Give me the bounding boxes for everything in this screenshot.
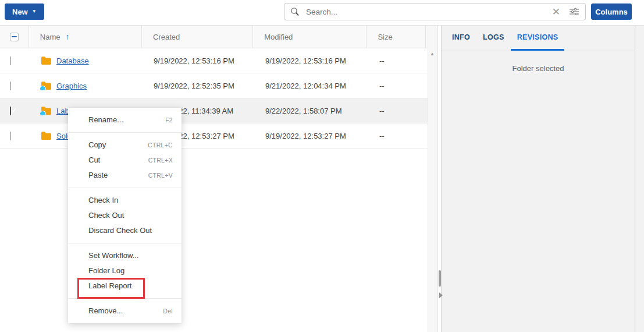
file-table: Name ↑ Created Modified Size Database (0, 26, 437, 332)
menu-item-label: Cut (88, 153, 100, 168)
row-modified: 9/19/2022, 12:53:16 PM (254, 56, 368, 65)
tab-logs[interactable]: LOGS (476, 26, 511, 51)
menu-item-cut[interactable]: CutCTRL+X (68, 153, 182, 168)
menu-item-label-report[interactable]: Label Report (68, 278, 182, 294)
scroll-up-icon[interactable]: ▲ (430, 51, 435, 56)
column-header-modified-label: Modified (264, 33, 293, 41)
menu-item-shortcut: CTRL+C (148, 137, 173, 153)
table-header-row: Name ↑ Created Modified Size (0, 26, 437, 48)
menu-item-label: Check Out (88, 208, 124, 223)
menu-item-label: Set Workflow... (88, 248, 138, 263)
menu-item-label: Paste (88, 168, 108, 183)
column-header-modified[interactable]: Modified (253, 26, 367, 48)
menu-item-copy[interactable]: CopyCTRL+C (68, 137, 182, 153)
menu-item-label: Folder Log (88, 263, 124, 278)
search-icon (290, 7, 300, 16)
table-scrollbar[interactable]: ▲ (428, 26, 437, 332)
search-input[interactable] (305, 7, 549, 17)
menu-item-shortcut: F2 (165, 112, 173, 128)
row-size: -- (368, 132, 428, 140)
table-row[interactable]: Graphics 9/19/2022, 12:52:35 PM 9/21/202… (0, 73, 428, 98)
table-row[interactable]: Database 9/19/2022, 12:53:16 PM 9/19/202… (0, 48, 428, 73)
status-badge (40, 86, 46, 90)
sort-ascending-icon: ↑ (66, 32, 70, 41)
menu-item-label: Discard Check Out (88, 223, 152, 238)
folder-link[interactable]: Database (56, 56, 89, 65)
column-header-size[interactable]: Size (367, 26, 426, 48)
columns-button-label: Columns (595, 8, 628, 16)
folder-icon (41, 106, 52, 115)
status-badge (40, 111, 46, 115)
folder-link[interactable]: Graphics (56, 82, 87, 90)
select-all-cell (0, 26, 29, 48)
row-checkbox-cell (0, 82, 29, 90)
menu-item-label: Remove... (88, 303, 123, 319)
row-checkbox[interactable] (10, 132, 11, 140)
menu-item-label: Rename... (88, 112, 123, 128)
row-checkbox-cell (0, 132, 29, 140)
row-modified: 9/19/2022, 12:53:27 PM (254, 132, 368, 140)
context-menu: Rename...F2CopyCTRL+CCutCTRL+XPasteCTRL+… (68, 108, 182, 323)
row-checkbox-cell (0, 56, 29, 65)
menu-item-folder-log[interactable]: Folder Log (68, 263, 182, 278)
row-checkbox-cell (0, 107, 29, 115)
details-tabs: INFOLOGSREVISIONS (442, 26, 644, 51)
menu-separator (68, 188, 182, 188)
menu-item-rename[interactable]: Rename...F2 (68, 112, 182, 128)
app-window: New ▼ ✕ Columns (0, 0, 644, 332)
menu-separator (68, 132, 182, 133)
folder-link[interactable]: Lab (56, 107, 69, 115)
row-size: -- (368, 82, 428, 90)
row-size: -- (368, 107, 428, 115)
menu-separator (68, 243, 182, 243)
select-all-checkbox[interactable] (10, 33, 19, 41)
folder-icon (41, 131, 52, 140)
new-button[interactable]: New ▼ (5, 3, 44, 20)
details-panel: INFOLOGSREVISIONS Folder selected (441, 26, 644, 332)
column-header-size-label: Size (378, 33, 392, 41)
menu-item-discard-check-out[interactable]: Discard Check Out (68, 223, 182, 238)
close-icon[interactable]: ✕ (552, 7, 560, 17)
row-name-cell: Graphics (29, 81, 143, 90)
menu-item-check-out[interactable]: Check Out (68, 208, 182, 223)
collapse-right-icon[interactable] (439, 292, 443, 298)
menu-item-remove[interactable]: Remove...Del (68, 303, 182, 319)
menu-item-paste[interactable]: PasteCTRL+V (68, 168, 182, 183)
filter-sliders-icon[interactable] (569, 7, 579, 16)
row-created: 9/19/2022, 12:52:35 PM (143, 82, 254, 90)
panel-scrollbar[interactable] (635, 26, 644, 332)
row-name-cell: Database (29, 56, 143, 65)
menu-separator (68, 298, 182, 299)
columns-button[interactable]: Columns (591, 3, 632, 20)
column-header-created-label: Created (153, 33, 180, 41)
table-row[interactable]: Lab 9/22/2022, 11:34:39 AM 9/22/2022, 1:… (0, 98, 428, 123)
menu-item-label: Label Report (88, 278, 131, 294)
new-button-label: New (12, 8, 28, 16)
row-modified: 9/22/2022, 1:58:07 PM (254, 107, 368, 115)
column-header-created[interactable]: Created (142, 26, 253, 48)
row-created: 9/19/2022, 12:53:16 PM (143, 56, 254, 65)
folder-icon (41, 56, 52, 65)
tab-revisions[interactable]: REVISIONS (511, 26, 565, 51)
menu-item-check-in[interactable]: Check In (68, 193, 182, 208)
column-header-name-label: Name (40, 33, 61, 41)
table-row[interactable]: Solu 9/19/2022, 12:53:27 PM 9/19/2022, 1… (0, 123, 428, 149)
search-box[interactable]: ✕ (284, 3, 586, 20)
menu-item-label: Copy (88, 137, 106, 153)
column-header-name[interactable]: Name ↑ (29, 26, 142, 48)
menu-item-label: Check In (88, 193, 118, 208)
row-checkbox[interactable] (10, 107, 11, 115)
menu-item-shortcut: CTRL+X (148, 153, 173, 168)
menu-item-set-workflow[interactable]: Set Workflow... (68, 248, 182, 263)
menu-item-shortcut: CTRL+V (148, 168, 173, 183)
folder-icon (41, 81, 52, 90)
row-size: -- (368, 56, 428, 65)
caret-down-icon: ▼ (32, 9, 37, 14)
menu-item-shortcut: Del (163, 303, 173, 319)
splitter-handle[interactable] (439, 270, 441, 287)
tab-info[interactable]: INFO (446, 26, 476, 51)
toolbar: New ▼ ✕ Columns (0, 0, 644, 26)
row-modified: 9/21/2022, 12:04:34 PM (254, 82, 368, 90)
row-checkbox[interactable] (10, 56, 11, 65)
row-checkbox[interactable] (10, 82, 11, 90)
